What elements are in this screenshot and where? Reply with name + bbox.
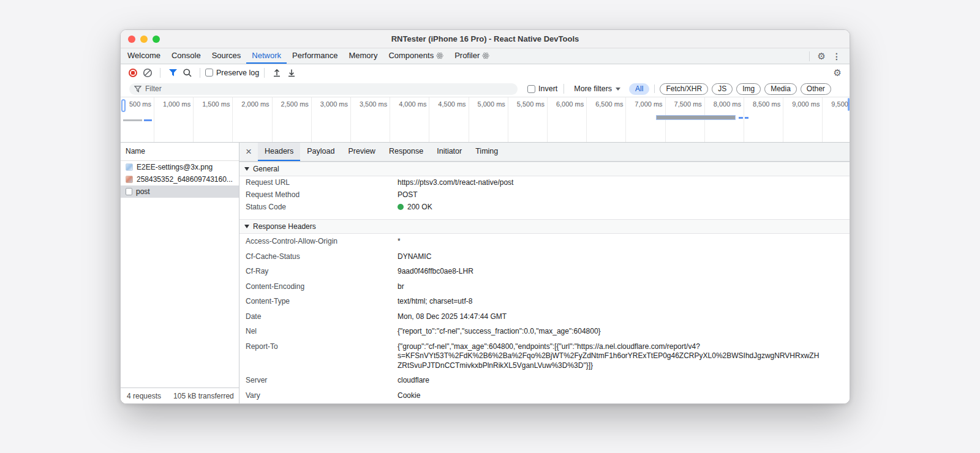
header-name: Report-To [246, 342, 398, 371]
header-row: Cf-Cache-StatusDYNAMIC [239, 249, 850, 264]
timeline-tick-label: 9,000 ms [779, 100, 820, 108]
network-overview-timeline[interactable]: 500 ms1,000 ms1,500 ms2,000 ms2,500 ms3,… [121, 97, 850, 143]
minimize-window-button[interactable] [140, 36, 148, 43]
detail-tab-initiator[interactable]: Initiator [430, 143, 469, 161]
search-button[interactable] [180, 66, 195, 80]
search-icon [183, 68, 192, 78]
header-value: DYNAMIC [398, 252, 850, 262]
filter-chip-fetchxhr[interactable]: Fetch/XHR [660, 83, 708, 95]
tab-label: Network [252, 51, 281, 60]
invert-checkbox[interactable] [527, 85, 535, 93]
header-name: Nel [246, 327, 398, 337]
close-detail-button[interactable]: × [239, 143, 258, 161]
import-har-button[interactable] [284, 66, 299, 80]
filter-chip-media[interactable]: Media [764, 83, 797, 95]
tabbar-right-controls: ⚙ ⋮ [804, 48, 850, 64]
filter-chip-all[interactable]: All [629, 83, 649, 95]
name-column-header[interactable]: Name [121, 143, 239, 161]
header-name: Server [246, 376, 398, 386]
filter-chip-other[interactable]: Other [801, 83, 831, 95]
record-stop-icon [129, 69, 137, 77]
header-value: text/html; charset=utf-8 [398, 297, 850, 307]
timeline-tick-label: 4,000 ms [386, 100, 426, 108]
more-filters-dropdown[interactable]: More filters [570, 84, 624, 93]
filter-input[interactable]: Filter [129, 83, 518, 95]
request-list: E2EE-settings@3x.png258435352_6486097431… [121, 161, 239, 387]
filter-funnel-icon [134, 86, 141, 92]
timeline-tick-label: 9,500 ms [819, 100, 850, 108]
more-filters-label: More filters [574, 84, 612, 93]
tab-label: Console [172, 51, 201, 60]
tab-components[interactable]: Components [383, 48, 449, 64]
close-window-button[interactable] [128, 36, 135, 43]
filter-chip-img[interactable]: Img [736, 83, 761, 95]
section-gap [239, 213, 850, 219]
tab-console[interactable]: Console [166, 48, 206, 64]
timeline-tick-label: 3,500 ms [347, 100, 387, 108]
network-toolbar: Preserve log ⚙ [121, 64, 850, 81]
section-header-response[interactable]: Response Headers [239, 219, 850, 234]
detail-tab-preview[interactable]: Preview [341, 143, 382, 161]
timeline-tick-label: 8,500 ms [740, 100, 780, 108]
close-icon: × [246, 146, 252, 158]
stop-recording-button[interactable] [126, 66, 140, 80]
export-har-button[interactable] [270, 66, 284, 80]
tab-label: Components [388, 51, 434, 60]
upload-icon [272, 68, 282, 78]
window-titlebar[interactable]: RNTester (iPhone 16 Pro) - React Native … [121, 30, 850, 48]
detail-tab-payload[interactable]: Payload [300, 143, 341, 161]
clear-network-log-button[interactable] [140, 66, 155, 80]
tab-network[interactable]: Network [246, 48, 287, 64]
tab-sources[interactable]: Sources [206, 48, 247, 64]
header-row: Access-Control-Allow-Origin* [239, 234, 850, 249]
detail-tabs: HeadersPayloadPreviewResponseInitiatorTi… [258, 143, 505, 161]
header-value: br [398, 282, 850, 292]
divider [654, 84, 655, 93]
preserve-log-checkbox[interactable] [205, 69, 213, 77]
timeline-tick-label: 8,000 ms [701, 100, 741, 108]
detail-tab-timing[interactable]: Timing [469, 143, 505, 161]
window-title: RNTester (iPhone 16 Pro) - React Native … [121, 30, 850, 48]
timeline-tick-label: 1,500 ms [189, 100, 230, 108]
network-settings-gear-icon[interactable]: ⚙ [831, 68, 845, 77]
request-name: post [136, 187, 150, 196]
network-main-area: Name E2EE-settings@3x.png258435352_64860… [121, 143, 850, 403]
section-header-general[interactable]: General [239, 162, 850, 176]
request-row[interactable]: post [121, 185, 239, 198]
main-tabs: WelcomeConsoleSourcesNetworkPerformanceM… [121, 48, 495, 64]
tab-welcome[interactable]: Welcome [122, 48, 166, 64]
waterfall-bar-2 [656, 115, 736, 120]
triangle-down-icon [244, 225, 249, 228]
settings-gear-icon[interactable]: ⚙ [815, 51, 829, 61]
timeline-tick-label: 5,500 ms [504, 100, 545, 108]
network-summary-bar: 4 requests 105 kB transferred [121, 387, 239, 403]
header-name: Vary [246, 391, 398, 401]
more-options-kebab-icon[interactable]: ⋮ [829, 51, 845, 61]
header-name: Request URL [246, 178, 398, 187]
request-row[interactable]: 258435352_648609743160... [121, 173, 239, 185]
clear-icon [143, 68, 153, 78]
request-row[interactable]: E2EE-settings@3x.png [121, 161, 239, 173]
tab-profiler[interactable]: Profiler [449, 48, 495, 64]
tab-label: Profiler [454, 51, 480, 60]
detail-tab-response[interactable]: Response [382, 143, 430, 161]
download-icon [287, 68, 296, 78]
zoom-window-button[interactable] [153, 36, 160, 43]
request-count: 4 requests [121, 392, 167, 400]
divider [160, 68, 160, 78]
timeline-tick-label: 3,000 ms [307, 100, 348, 108]
timeline-tick-label: 5,000 ms [465, 100, 505, 108]
header-value: 9aad0f46ffbc0ae8-LHR [398, 267, 850, 277]
tab-memory[interactable]: Memory [343, 48, 383, 64]
timeline-tick-label: 7,500 ms [662, 100, 702, 108]
filter-chip-js[interactable]: JS [712, 83, 733, 95]
tab-performance[interactable]: Performance [287, 48, 343, 64]
detail-tab-headers[interactable]: Headers [258, 143, 300, 161]
filter-toggle-button[interactable] [165, 66, 180, 80]
traffic-lights [128, 36, 160, 43]
status-dot-icon [398, 204, 404, 210]
header-name: Cf-Ray [246, 267, 398, 277]
header-row: Content-Typetext/html; charset=utf-8 [239, 294, 850, 309]
header-name: Cf-Cache-Status [246, 252, 398, 262]
header-row: Report-To{"group":"cf-nel","max_age":604… [239, 339, 850, 373]
